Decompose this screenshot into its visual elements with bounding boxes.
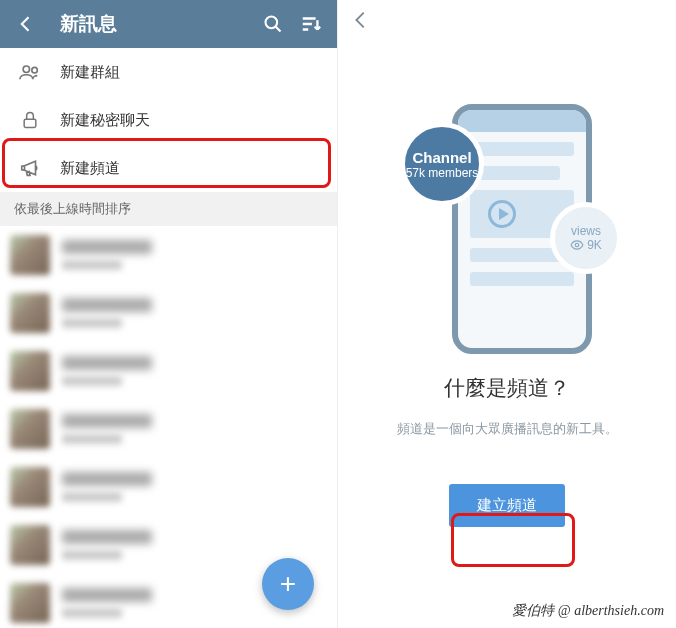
avatar [10,293,50,333]
views-badge: views 9K [550,202,622,274]
create-channel-button[interactable]: 建立頻道 [449,484,565,527]
menu-label: 新建頻道 [60,159,120,178]
list-item[interactable] [0,400,337,458]
views-badge-title: views [571,224,601,238]
contact-name-blur [62,588,152,602]
views-badge-value: 9K [587,238,602,252]
channel-badge-title: Channel [412,149,471,166]
watermark: 愛伯特 @ alberthsieh.com [512,602,664,620]
avatar [10,583,50,623]
contact-sub-blur [62,608,122,618]
eye-icon [570,238,584,252]
channel-badge: Channel 57k members [400,122,484,206]
contact-sub-blur [62,376,122,386]
header-right [338,0,676,44]
contact-name-blur [62,298,152,312]
lock-icon [16,110,44,130]
menu-label: 新建秘密聊天 [60,111,150,130]
svg-point-2 [32,67,38,73]
contact-sub-blur [62,434,122,444]
contact-sub-blur [62,260,122,270]
contact-name-blur [62,356,152,370]
back-icon[interactable] [14,14,38,34]
new-message-pane: 新訊息 新建群組 新建秘密聊天 新建頻道 依最後上線時間排序 [0,0,338,628]
avatar [10,525,50,565]
channel-subtitle: 頻道是一個向大眾廣播訊息的新工具。 [397,420,618,438]
channel-title: 什麼是頻道？ [444,374,570,402]
list-item[interactable] [0,342,337,400]
megaphone-icon [16,157,44,179]
contact-name-blur [62,530,152,544]
list-item[interactable] [0,458,337,516]
svg-rect-3 [24,119,36,127]
play-icon [488,200,516,228]
contact-name-blur [62,414,152,428]
channel-illustration: Channel 57k members views 9K [392,74,622,354]
menu-label: 新建群組 [60,63,120,82]
menu-new-secret-chat[interactable]: 新建秘密聊天 [0,96,337,144]
search-icon[interactable] [261,14,285,34]
header-title: 新訊息 [60,11,261,37]
contact-name-blur [62,472,152,486]
menu-new-group[interactable]: 新建群組 [0,48,337,96]
contact-sub-blur [62,550,122,560]
header-left: 新訊息 [0,0,337,48]
contact-sub-blur [62,492,122,502]
avatar [10,235,50,275]
svg-point-1 [23,66,29,72]
group-icon [16,61,44,83]
create-menu: 新建群組 新建秘密聊天 新建頻道 [0,48,337,192]
avatar [10,351,50,391]
avatar [10,409,50,449]
sort-icon[interactable] [299,13,323,35]
contact-sub-blur [62,318,122,328]
list-item[interactable] [0,226,337,284]
svg-point-4 [575,243,579,247]
plus-icon: + [280,568,296,600]
menu-new-channel[interactable]: 新建頻道 [0,144,337,192]
channel-badge-sub: 57k members [406,166,479,180]
back-icon[interactable] [350,9,372,35]
svg-point-0 [266,17,278,29]
list-item[interactable] [0,284,337,342]
section-header: 依最後上線時間排序 [0,192,337,226]
channel-intro-pane: Channel 57k members views 9K 什麼是頻道？ 頻道是一… [338,0,676,628]
contact-name-blur [62,240,152,254]
avatar [10,467,50,507]
fab-compose[interactable]: + [262,558,314,610]
